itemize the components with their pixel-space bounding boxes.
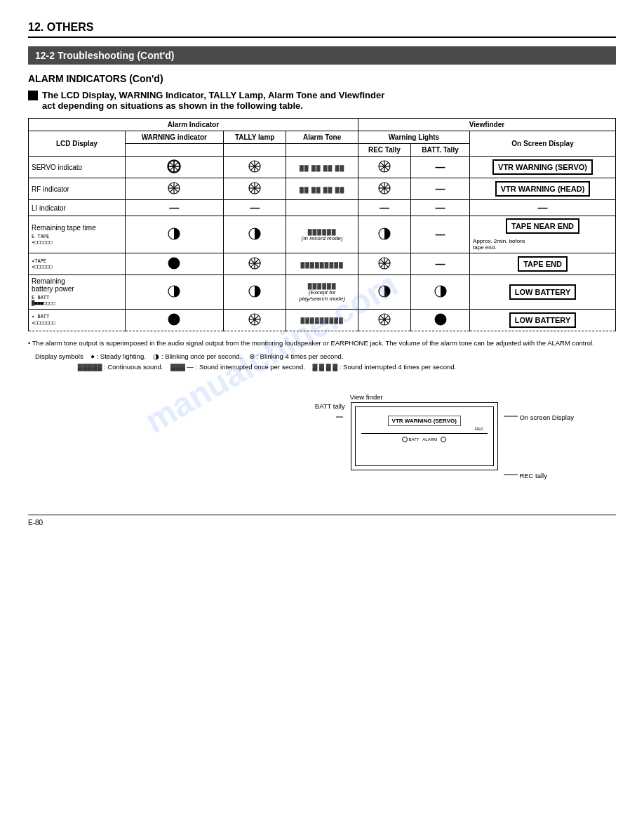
table-row: ✦ BATT ✦□□□□□□□ ▓▓▓▓▓▓▓▓▓	[29, 309, 616, 331]
on-screen-cell: LOW BATTERY	[470, 309, 616, 331]
lcd-display-header: LCD Display	[29, 131, 126, 157]
viewfinder-header: Viewfinder	[358, 119, 615, 131]
page-title: 12. OTHERS	[28, 21, 616, 34]
blink4-batt-low-rec-icon	[377, 312, 392, 327]
rec-tally-label: REC tally	[504, 471, 574, 479]
lcd-cell: ✦TAPE ✦□□□□□□	[29, 253, 126, 275]
tape-end-box: TAPE END	[518, 256, 568, 272]
lcd-cell: Remaining tape time E TAPE ✦□□□□□□	[29, 216, 126, 253]
warning-cell	[125, 157, 223, 178]
solid-batt-warn-icon	[166, 312, 182, 327]
dash-icon: —	[436, 161, 445, 173]
display-symbols-label: Display symbols	[35, 352, 83, 360]
tally-cell	[223, 275, 286, 310]
sound-wave-batt-icon: ▓▓▓▓▓▓	[308, 283, 337, 289]
section-title: 12-2 Troubleshooting (Cont'd)	[35, 50, 175, 61]
symbol-continuous: ▓▓▓▓▓ : Continuous sound.	[78, 363, 163, 371]
warning-cell	[125, 253, 223, 275]
on-screen-cell: TAPE END	[470, 253, 616, 275]
on-screen-display-label: On screen Display	[504, 413, 574, 421]
viewfinder-label: View finder	[350, 393, 574, 401]
on-screen-cell: VTR WARNING (HEAD)	[470, 178, 616, 200]
lcd-cell: Remainingbattery power E BATT ▓■■■□□□□	[29, 275, 126, 310]
vtr-warning-head-box: VTR WARNING (HEAD)	[495, 181, 591, 197]
on-screen-cell: VTR WARNING (SERVO)	[470, 157, 616, 178]
table-row: RF indicator	[29, 178, 616, 200]
batt-tally-cell	[411, 309, 470, 331]
symbol-blink1: ◑ : Blinking once per second.	[153, 352, 241, 360]
tally-cell	[223, 157, 286, 178]
right-labels: On screen Display REC tally	[504, 402, 574, 486]
svg-point-53	[168, 314, 180, 325]
tone-cell: ▓▓▓▓▓▓▓▓▓	[286, 309, 358, 331]
half-circle-batt-rec-icon	[377, 284, 392, 299]
low-battery-1-box: LOW BATTERY	[509, 284, 576, 300]
page-header: 12. OTHERS	[28, 21, 616, 38]
page-number: E-80	[28, 519, 43, 527]
rec-tally-cell	[358, 216, 410, 253]
blink4-rf-rec-icon	[377, 180, 392, 196]
intro-line2: act depending on situations as shown in …	[42, 100, 384, 111]
rec-tally-cell	[358, 309, 410, 331]
alarm-tone-header: Alarm Tone	[286, 131, 358, 144]
batt-tally-cell: —	[411, 157, 470, 178]
on-screen-display-header: On Screen Display	[470, 131, 616, 157]
half-circle-warn-icon	[166, 226, 182, 241]
batt-label: BATT	[408, 437, 419, 442]
half-circle-batt-warn-icon	[166, 284, 182, 299]
half-circle-rec-icon	[377, 226, 392, 241]
sound-wave-icon: ▓▓ ▓▓ ▓▓ ▓▓	[300, 165, 344, 171]
blink4-tape-tally-icon	[247, 256, 262, 271]
tally-cell	[223, 216, 286, 253]
batt-tally-cell: —	[411, 178, 470, 200]
dash-icon: —	[436, 202, 445, 213]
warning-cell: —	[125, 200, 223, 216]
blink4-tally-icon	[247, 159, 262, 174]
rec-tally-cell: —	[358, 200, 410, 216]
intro-block: The LCD Display, WARNING Indicator, TALL…	[28, 90, 616, 111]
half-circle-batt-batt-icon	[433, 284, 448, 299]
display-symbols: Display symbols ● : Steady lighting. ◑ :…	[28, 351, 616, 372]
alarm-title: ALARM INDICATORS (Con'd)	[28, 73, 616, 84]
half-circle-batt-tally-icon	[247, 284, 262, 299]
warning-cell	[125, 216, 223, 253]
vf-indicator-strip: REC BATT ALARM	[361, 433, 488, 442]
table-row: Remaining tape time E TAPE ✦□□□□□□	[29, 216, 616, 253]
rec-tally-header: REC Tally	[358, 144, 410, 157]
alarm-note: • The alarm tone output is superimposed …	[28, 338, 616, 348]
section-header: 12-2 Troubleshooting (Cont'd)	[28, 46, 616, 65]
batt-circle	[402, 437, 408, 442]
rec-tally-cell	[358, 253, 410, 275]
symbol-blink4: ⊛ : Blinking 4 times per second.	[249, 352, 344, 360]
batt-tally-line	[315, 410, 343, 424]
sound-cont-icon: ▓▓▓▓▓▓▓▓▓	[300, 262, 344, 268]
batt-tally-cell: —	[411, 200, 470, 216]
dash-icon: —	[250, 202, 260, 213]
remaining-tape-label: Remaining tape time	[32, 224, 122, 232]
tally-lamp-header: TALLY lamp	[223, 131, 286, 144]
rec-indicator	[441, 437, 446, 442]
batt-tally-cell	[411, 275, 470, 310]
blink4-icon	[166, 159, 182, 174]
low-battery-2-box: LOW BATTERY	[509, 312, 576, 328]
warning-cell	[125, 275, 223, 310]
table-row: LI indicator — — — — —	[29, 200, 616, 216]
tally-cell: —	[223, 200, 286, 216]
notes-section: • The alarm tone output is superimposed …	[28, 338, 616, 373]
symbol-steady: ● : Steady lighting.	[90, 352, 146, 360]
sound-wave-tape-icon: ▓▓▓▓▓▓	[308, 229, 337, 235]
vf-outer-box: VTR WARNING (SERVO) REC BATT ALARM	[351, 402, 498, 470]
alarm-indicator: ALARM	[422, 437, 437, 442]
rec-label: REC	[475, 427, 484, 431]
blink4-tape-rec-icon	[377, 256, 392, 271]
on-screen-line	[504, 413, 518, 420]
dash-icon: —	[436, 229, 445, 240]
tape-end-icon: ✦TAPE ✦□□□□□□	[32, 258, 122, 270]
warning-cell	[125, 309, 223, 331]
warning-indicator-sub	[125, 144, 223, 157]
vf-screen-text: VTR WARNING (SERVO)	[388, 416, 461, 426]
blink4-rf-warn-icon	[166, 180, 182, 196]
table-row: Remainingbattery power E BATT ▓■■■□□□□	[29, 275, 616, 310]
alarm-label: ALARM	[422, 437, 437, 442]
lcd-cell: ✦ BATT ✦□□□□□□□	[29, 309, 126, 331]
